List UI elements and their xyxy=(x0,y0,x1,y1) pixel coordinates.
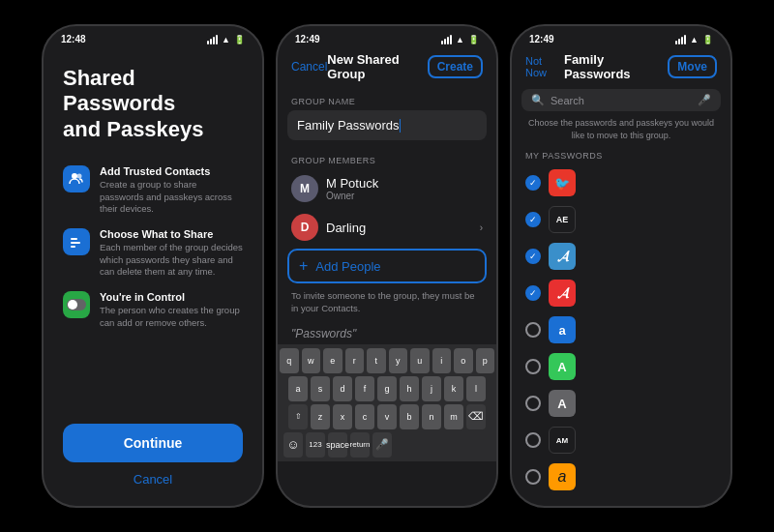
key-d[interactable]: d xyxy=(333,376,352,401)
key-emoji[interactable]: ☺ xyxy=(283,432,303,458)
key-t[interactable]: t xyxy=(367,348,386,373)
key-c[interactable]: c xyxy=(355,404,374,429)
battery-icon-2: 🔋 xyxy=(468,35,479,44)
key-f[interactable]: f xyxy=(355,376,374,401)
key-z[interactable]: z xyxy=(311,404,330,429)
search-icon: 🔍 xyxy=(531,94,545,106)
status-bar-2: 12:49 ▲ 🔋 xyxy=(278,26,496,48)
signal-icon-2 xyxy=(441,35,452,44)
search-bar[interactable]: 🔍 Search 🎤 xyxy=(521,89,721,111)
pwd-checkbox-9[interactable] xyxy=(525,469,541,485)
member-avatar-2: D xyxy=(291,214,318,241)
pwd-row-8[interactable]: AM xyxy=(512,422,730,458)
mic-icon: 🎤 xyxy=(698,94,711,106)
key-123[interactable]: 123 xyxy=(306,432,325,458)
key-q[interactable]: q xyxy=(280,348,299,373)
pwd-checkbox-7[interactable] xyxy=(525,396,541,411)
key-x[interactable]: x xyxy=(333,404,352,429)
search-input[interactable]: Search xyxy=(551,95,692,106)
key-space[interactable]: space xyxy=(328,432,347,458)
key-h[interactable]: h xyxy=(400,376,419,401)
pwd-row-6[interactable]: A xyxy=(512,348,730,385)
nav-cancel-button[interactable]: Cancel xyxy=(291,60,327,74)
move-button[interactable]: Move xyxy=(668,55,717,78)
time-2: 12:49 xyxy=(295,34,320,44)
pwd-checkbox-2[interactable] xyxy=(525,212,541,227)
status-icons-1: ▲ 🔋 xyxy=(207,35,245,44)
feature-list: Add Trusted Contacts Create a group to s… xyxy=(63,165,243,408)
feature-item-2: Choose What to Share Each member of the … xyxy=(63,228,243,278)
key-l[interactable]: l xyxy=(466,376,486,401)
pwd-row-5[interactable]: a xyxy=(512,311,730,348)
keyboard: q w e r t y u i o p a s d f g h j k l ⇧ … xyxy=(278,344,496,461)
feature-item-1: Add Trusted Contacts Create a group to s… xyxy=(63,165,243,215)
key-a[interactable]: a xyxy=(288,376,308,401)
not-now-button[interactable]: Not Now xyxy=(525,55,564,78)
continue-button[interactable]: Continue xyxy=(63,424,243,462)
pwd-checkbox-5[interactable] xyxy=(525,322,541,338)
key-b[interactable]: b xyxy=(400,404,419,429)
pwd-checkbox-3[interactable] xyxy=(525,249,541,264)
key-m[interactable]: m xyxy=(444,404,463,429)
pwd-checkbox-4[interactable] xyxy=(525,285,541,301)
pwd-row-3[interactable]: 𝓐 xyxy=(512,238,730,275)
cancel-link[interactable]: Cancel xyxy=(63,472,243,487)
pwd-checkbox-6[interactable] xyxy=(525,359,541,374)
key-w[interactable]: w xyxy=(302,348,321,373)
app-icon-8: AM xyxy=(549,427,576,454)
key-v[interactable]: v xyxy=(377,404,397,429)
status-icons-3: ▲ 🔋 xyxy=(675,35,713,44)
group-name-label: GROUP NAME xyxy=(278,89,496,110)
key-e[interactable]: e xyxy=(323,348,342,373)
svg-rect-4 xyxy=(71,246,75,248)
signal-icon xyxy=(207,35,218,44)
key-g[interactable]: g xyxy=(377,376,397,401)
key-u[interactable]: u xyxy=(410,348,430,373)
keyboard-row-2: a s d f g h j k l xyxy=(280,376,494,401)
key-o[interactable]: o xyxy=(454,348,473,373)
pwd-checkbox-1[interactable] xyxy=(525,175,541,191)
phone-3: 12:49 ▲ 🔋 Not Now Family Passwords Move … xyxy=(510,24,732,508)
member-name-2: Darling xyxy=(326,221,472,235)
group-name-input[interactable]: Family Passwords xyxy=(287,110,487,140)
svg-point-0 xyxy=(72,173,77,179)
pwd-row-7[interactable]: A xyxy=(512,385,730,422)
pwd-row-4[interactable]: 𝓐 xyxy=(512,275,730,311)
keyboard-bottom-row: ☺ 123 space return 🎤 xyxy=(280,432,494,458)
key-p[interactable]: p xyxy=(476,348,495,373)
app-icon-3: 𝓐 xyxy=(549,243,576,270)
key-i[interactable]: i xyxy=(432,348,452,373)
key-delete[interactable]: ⌫ xyxy=(466,404,486,429)
my-passwords-label: MY PASSWORDS xyxy=(512,147,730,164)
key-shift[interactable]: ⇧ xyxy=(288,404,308,429)
key-k[interactable]: k xyxy=(444,376,463,401)
phone-2: 12:49 ▲ 🔋 Cancel New Shared Group Create… xyxy=(276,24,498,508)
add-people-label: Add People xyxy=(315,259,380,274)
pwd-checkbox-8[interactable] xyxy=(525,432,541,448)
password-list: 🐦 AE 𝓐 𝓐 a A A xyxy=(512,164,730,506)
feature-text-2: Choose What to Share Each member of the … xyxy=(100,228,243,278)
app-icon-7: A xyxy=(549,390,576,417)
key-n[interactable]: n xyxy=(422,404,441,429)
feature-icon-1 xyxy=(63,165,90,192)
signal-icon-3 xyxy=(675,35,686,44)
feature-text-1: Add Trusted Contacts Create a group to s… xyxy=(100,165,243,215)
pwd-row-9[interactable]: a xyxy=(512,458,730,495)
app-icon-4: 𝓐 xyxy=(549,280,576,307)
status-bar-1: 12:48 ▲ 🔋 xyxy=(44,26,262,48)
key-mic[interactable]: 🎤 xyxy=(372,432,392,458)
key-s[interactable]: s xyxy=(311,376,330,401)
nav-create-button[interactable]: Create xyxy=(428,55,483,78)
member-role-1: Owner xyxy=(326,191,483,201)
pwd-row-2[interactable]: AE xyxy=(512,201,730,238)
key-j[interactable]: j xyxy=(422,376,441,401)
battery-icon: 🔋 xyxy=(234,35,245,44)
phone1-content: Shared Passwords and Passkeys Add Truste… xyxy=(44,48,262,506)
add-people-button[interactable]: + Add People xyxy=(287,249,487,283)
status-bar-3: 12:49 ▲ 🔋 xyxy=(512,26,730,48)
key-return[interactable]: return xyxy=(350,432,370,458)
key-r[interactable]: r xyxy=(345,348,365,373)
chevron-icon: › xyxy=(480,222,483,233)
pwd-row-1[interactable]: 🐦 xyxy=(512,164,730,201)
key-y[interactable]: y xyxy=(389,348,408,373)
